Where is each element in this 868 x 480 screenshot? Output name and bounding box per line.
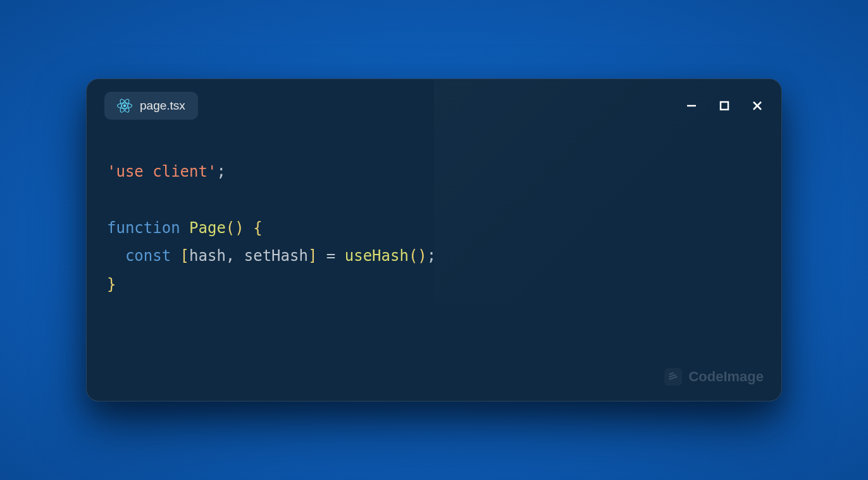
close-button[interactable] bbox=[751, 99, 764, 112]
watermark: CodeImage bbox=[664, 368, 764, 386]
code-line bbox=[107, 186, 761, 213]
svg-point-0 bbox=[123, 104, 126, 107]
code-editor-window: page.tsx 'use client'; function Page() {… bbox=[86, 79, 782, 401]
code-line: const [hash, setHash] = useHash(); bbox=[107, 242, 761, 270]
minimize-button[interactable] bbox=[685, 99, 698, 112]
react-icon bbox=[117, 98, 132, 113]
tab-filename: page.tsx bbox=[140, 99, 185, 113]
code-line: function Page() { bbox=[107, 214, 761, 242]
codeimage-logo-icon bbox=[664, 368, 682, 386]
window-controls bbox=[685, 99, 764, 112]
code-line: 'use client'; bbox=[107, 158, 761, 186]
code-area[interactable]: 'use client'; function Page() { const [h… bbox=[87, 132, 781, 401]
maximize-button[interactable] bbox=[718, 99, 731, 112]
code-line: } bbox=[107, 270, 761, 298]
file-tab[interactable]: page.tsx bbox=[104, 92, 198, 120]
titlebar: page.tsx bbox=[87, 79, 781, 132]
watermark-label: CodeImage bbox=[688, 369, 764, 385]
svg-rect-5 bbox=[721, 102, 728, 110]
